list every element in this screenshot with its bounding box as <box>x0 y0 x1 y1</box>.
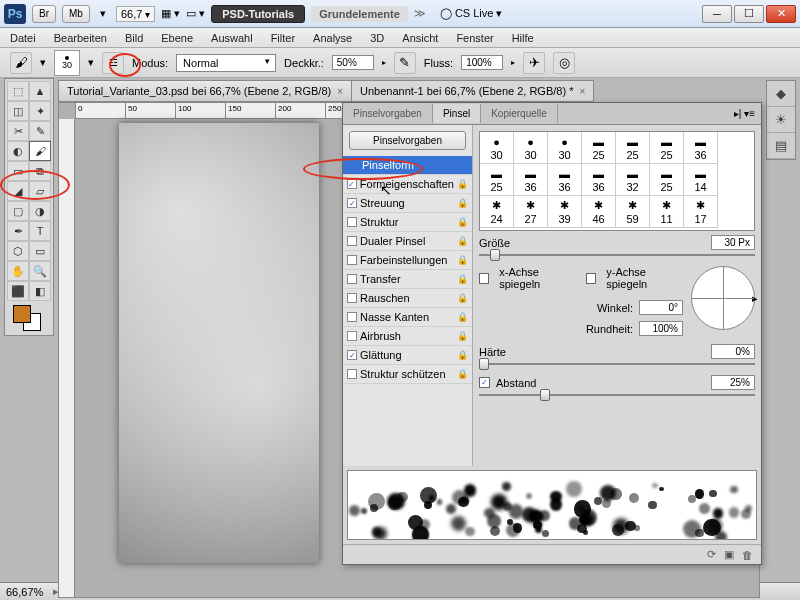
close-icon[interactable]: × <box>579 86 585 97</box>
swatches-icon[interactable]: ◆ <box>767 81 795 107</box>
tablet-size-icon[interactable]: ◎ <box>553 52 575 74</box>
menu-ansicht[interactable]: Ansicht <box>402 32 438 44</box>
brush-tip[interactable]: ✱11 <box>650 196 684 228</box>
tab-doc2[interactable]: Unbenannt-1 bei 66,7% (Ebene 2, RGB/8) *… <box>351 80 594 102</box>
opacity-field[interactable]: 50% <box>332 55 374 70</box>
brush-tip[interactable]: ▬14 <box>684 164 718 196</box>
maximize-button[interactable]: ☐ <box>734 5 764 23</box>
tool-4-1[interactable]: ⧉ <box>29 161 51 181</box>
tool-2-0[interactable]: ✂ <box>7 121 29 141</box>
tool-3-1[interactable]: 🖌 <box>29 141 51 161</box>
brush-panel-toggle-icon[interactable]: ☲ <box>102 52 124 74</box>
airbrush-icon[interactable]: ✈ <box>523 52 545 74</box>
checkbox[interactable]: ✓ <box>347 350 357 360</box>
tool-7-1[interactable]: T <box>29 221 51 241</box>
brush-tip[interactable]: ✱46 <box>582 196 616 228</box>
tab-kopierquelle[interactable]: Kopierquelle <box>481 104 558 123</box>
cslive-button[interactable]: CS Live <box>455 7 494 19</box>
tool-6-1[interactable]: ◑ <box>29 201 51 221</box>
layers-icon[interactable]: ▤ <box>767 133 795 159</box>
tablet-opacity-icon[interactable]: ✎ <box>394 52 416 74</box>
checkbox[interactable] <box>347 369 357 379</box>
checkbox[interactable] <box>347 236 357 246</box>
tool-5-0[interactable]: ◢ <box>7 181 29 201</box>
checkbox[interactable] <box>347 293 357 303</box>
brush-tip[interactable]: ✱39 <box>548 196 582 228</box>
brush-opt-5[interactable]: Farbeinstellungen🔒 <box>343 251 472 270</box>
spacing-slider[interactable] <box>479 394 755 396</box>
size-slider[interactable] <box>479 254 755 256</box>
spacing-field[interactable]: 25% <box>711 375 755 390</box>
mirror-x-checkbox[interactable] <box>479 273 489 284</box>
checkbox[interactable]: ✓ <box>347 198 357 208</box>
menu-fenster[interactable]: Fenster <box>456 32 493 44</box>
tab-pinselvorgaben[interactable]: Pinselvorgaben <box>343 104 433 123</box>
tool-6-0[interactable]: ▢ <box>7 201 29 221</box>
tool-10-0[interactable]: ⬛ <box>7 281 29 301</box>
close-button[interactable]: ✕ <box>766 5 796 23</box>
size-field[interactable]: 30 Px <box>711 235 755 250</box>
tab-pinsel[interactable]: Pinsel <box>433 104 481 123</box>
angle-field[interactable]: 0° <box>639 300 683 315</box>
checkbox[interactable] <box>347 331 357 341</box>
menu-3d[interactable]: 3D <box>370 32 384 44</box>
tool-4-0[interactable]: ▭ <box>7 161 29 181</box>
brush-opt-6[interactable]: Transfer🔒 <box>343 270 472 289</box>
tool-0-0[interactable]: ⬚ <box>7 81 29 101</box>
brush-tip[interactable]: ▬36 <box>514 164 548 196</box>
checkbox[interactable] <box>347 217 357 227</box>
checkbox[interactable] <box>347 274 357 284</box>
tool-1-0[interactable]: ◫ <box>7 101 29 121</box>
minimize-button[interactable]: ─ <box>702 5 732 23</box>
workspace-grundelemente[interactable]: Grundelemente <box>311 6 408 22</box>
brush-tip[interactable]: ▬25 <box>480 164 514 196</box>
tool-2-1[interactable]: ✎ <box>29 121 51 141</box>
minibridge-button[interactable]: Mb <box>62 5 90 23</box>
pinselvorgaben-button[interactable]: Pinselvorgaben <box>349 131 466 150</box>
menu-ebene[interactable]: Ebene <box>161 32 193 44</box>
angle-widget[interactable]: ▸ <box>691 266 755 330</box>
brush-opt-8[interactable]: Nasse Kanten🔒 <box>343 308 472 327</box>
status-zoom[interactable]: 66,67% <box>6 586 43 598</box>
modus-dropdown[interactable]: Normal <box>176 54 276 72</box>
checkbox[interactable] <box>347 255 357 265</box>
brush-tip[interactable]: ▬25 <box>616 132 650 164</box>
menu-auswahl[interactable]: Auswahl <box>211 32 253 44</box>
trash-icon[interactable]: 🗑 <box>742 549 753 561</box>
brush-tip[interactable]: ▬36 <box>684 132 718 164</box>
brush-opt-0[interactable]: Pinselform <box>343 156 472 175</box>
mirror-y-checkbox[interactable] <box>586 273 596 284</box>
menu-datei[interactable]: Datei <box>10 32 36 44</box>
menu-bearbeiten[interactable]: Bearbeiten <box>54 32 107 44</box>
adjustments-icon[interactable]: ☀ <box>767 107 795 133</box>
flow-field[interactable]: 100% <box>461 55 503 70</box>
menu-analyse[interactable]: Analyse <box>313 32 352 44</box>
brush-opt-7[interactable]: Rauschen🔒 <box>343 289 472 308</box>
brush-tip[interactable]: ▬25 <box>650 164 684 196</box>
new-brush-icon[interactable]: ▣ <box>724 548 734 561</box>
tool-7-0[interactable]: ✒ <box>7 221 29 241</box>
tool-3-0[interactable]: ◐ <box>7 141 29 161</box>
brush-tip[interactable]: ✱24 <box>480 196 514 228</box>
zoom-field[interactable]: 66,7 ▾ <box>116 6 155 22</box>
brush-tip[interactable]: ▬36 <box>582 164 616 196</box>
tool-9-1[interactable]: 🔍 <box>29 261 51 281</box>
brush-tips-grid[interactable]: ●30●30●30▬25▬25▬25▬36▬25▬36▬36▬36▬32▬25▬… <box>479 131 755 231</box>
brush-opt-9[interactable]: Airbrush🔒 <box>343 327 472 346</box>
tab-doc1[interactable]: Tutorial_Variante_03.psd bei 66,7% (Eben… <box>58 80 352 102</box>
brush-tip[interactable]: ✱59 <box>616 196 650 228</box>
brush-opt-11[interactable]: Struktur schützen🔒 <box>343 365 472 384</box>
brush-tip[interactable]: ▬32 <box>616 164 650 196</box>
brush-tip[interactable]: ●30 <box>514 132 548 164</box>
workspace-psdtutorials[interactable]: PSD-Tutorials <box>211 5 305 23</box>
brush-tip[interactable]: ▬36 <box>548 164 582 196</box>
menu-hilfe[interactable]: Hilfe <box>512 32 534 44</box>
brush-tip[interactable]: ✱17 <box>684 196 718 228</box>
close-icon[interactable]: × <box>337 86 343 97</box>
menu-bild[interactable]: Bild <box>125 32 143 44</box>
brush-opt-10[interactable]: ✓Glättung🔒 <box>343 346 472 365</box>
bridge-button[interactable]: Br <box>32 5 56 23</box>
canvas[interactable] <box>119 123 319 563</box>
brush-tip[interactable]: ●30 <box>480 132 514 164</box>
spacing-checkbox[interactable]: ✓ <box>479 377 490 388</box>
